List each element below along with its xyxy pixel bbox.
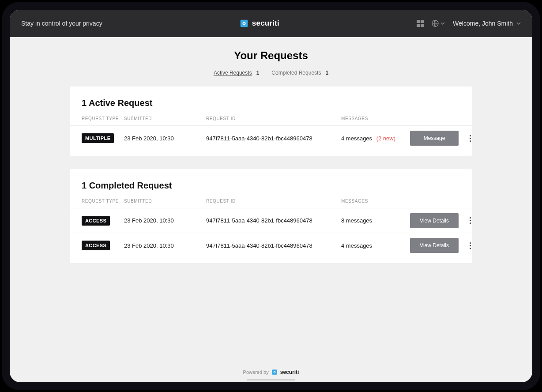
tab-completed-requests[interactable]: Completed Requests 1 bbox=[271, 70, 328, 76]
tablet-frame: Stay in control of your privacy securiti bbox=[2, 2, 540, 390]
language-selector[interactable] bbox=[432, 20, 445, 27]
home-indicator bbox=[247, 379, 295, 381]
tab-active-requests[interactable]: Active Requests 1 bbox=[214, 70, 259, 76]
cell-messages: 4 messages (2 new) bbox=[341, 135, 407, 142]
user-menu[interactable]: Welcome, John Smith bbox=[453, 20, 521, 27]
svg-rect-6 bbox=[421, 24, 424, 27]
row-menu-button[interactable] bbox=[466, 239, 474, 252]
cell-request-id: 947f7811-5aaa-4340-82b1-fbc448960478 bbox=[206, 217, 339, 224]
securiti-logo-icon bbox=[240, 19, 248, 28]
row-menu-button[interactable] bbox=[466, 132, 474, 144]
request-tabs: Active Requests 1 Completed Requests 1 bbox=[214, 70, 328, 76]
view-details-button[interactable]: View Details bbox=[410, 213, 459, 228]
col-request-type: REQUEST TYPE bbox=[82, 199, 121, 204]
cell-messages: 4 messages bbox=[341, 242, 407, 249]
tab-label: Active Requests bbox=[214, 70, 252, 76]
view-details-button[interactable]: View Details bbox=[410, 238, 459, 253]
cell-submitted: 23 Feb 2020, 10:30 bbox=[124, 135, 203, 142]
card-title: 1 Completed Request bbox=[70, 181, 472, 199]
active-requests-card: 1 Active Request REQUEST TYPE SUBMITTED … bbox=[70, 87, 472, 156]
col-submitted: SUBMITTED bbox=[124, 199, 203, 204]
request-type-badge: ACCESS bbox=[82, 241, 110, 250]
page-title: Your Requests bbox=[234, 49, 308, 62]
tab-label: Completed Requests bbox=[271, 70, 321, 76]
header-right: Welcome, John Smith bbox=[417, 20, 521, 27]
cell-messages: 8 messages bbox=[341, 217, 407, 224]
col-request-id: REQUEST ID bbox=[206, 116, 339, 121]
col-request-type: REQUEST TYPE bbox=[82, 116, 121, 121]
globe-icon bbox=[432, 20, 439, 27]
message-button[interactable]: Message bbox=[410, 131, 459, 146]
chevron-down-icon bbox=[516, 21, 521, 26]
table-header: REQUEST TYPE SUBMITTED REQUEST ID MESSAG… bbox=[70, 116, 472, 126]
request-type-badge: MULTIPLE bbox=[82, 133, 114, 143]
svg-rect-3 bbox=[417, 20, 420, 23]
col-messages: MESSAGES bbox=[341, 199, 407, 204]
securiti-logo-icon bbox=[271, 369, 278, 375]
cell-request-id: 947f7811-5aaa-4340-82b1-fbc448960478 bbox=[206, 242, 339, 249]
screen: Stay in control of your privacy securiti bbox=[10, 10, 532, 382]
cell-submitted: 23 Feb 2020, 10:30 bbox=[124, 217, 203, 224]
table-row: ACCESS 23 Feb 2020, 10:30 947f7811-5aaa-… bbox=[70, 233, 472, 258]
request-type-badge: ACCESS bbox=[82, 216, 110, 226]
welcome-text: Welcome, John Smith bbox=[453, 20, 513, 27]
cell-request-id: 947f7811-5aaa-4340-82b1-fbc448960478 bbox=[206, 135, 339, 142]
apps-grid-icon[interactable] bbox=[417, 20, 424, 27]
tab-count: 1 bbox=[256, 70, 260, 76]
footer-brand: securiti bbox=[280, 369, 299, 375]
brand-name: securiti bbox=[252, 19, 279, 28]
cell-submitted: 23 Feb 2020, 10:30 bbox=[124, 242, 203, 249]
svg-point-2 bbox=[243, 23, 245, 24]
card-title: 1 Active Request bbox=[70, 98, 472, 116]
chevron-down-icon bbox=[440, 21, 445, 26]
new-messages-badge: (2 new) bbox=[376, 135, 395, 142]
svg-point-10 bbox=[274, 372, 275, 373]
table-row: ACCESS 23 Feb 2020, 10:30 947f7811-5aaa-… bbox=[70, 208, 472, 233]
col-submitted: SUBMITTED bbox=[124, 116, 203, 121]
table-header: REQUEST TYPE SUBMITTED REQUEST ID MESSAG… bbox=[70, 199, 472, 208]
main-content: Your Requests Active Requests 1 Complete… bbox=[10, 37, 532, 365]
header-bar: Stay in control of your privacy securiti bbox=[10, 10, 532, 37]
svg-rect-5 bbox=[417, 24, 420, 27]
completed-requests-card: 1 Completed Request REQUEST TYPE SUBMITT… bbox=[70, 169, 472, 263]
col-request-id: REQUEST ID bbox=[206, 199, 339, 204]
brand-logo[interactable]: securiti bbox=[240, 19, 279, 28]
col-messages: MESSAGES bbox=[341, 116, 407, 121]
header-tagline: Stay in control of your privacy bbox=[21, 20, 102, 27]
svg-rect-4 bbox=[421, 20, 424, 23]
powered-by-text: Powered by bbox=[243, 369, 269, 375]
tab-count: 1 bbox=[325, 70, 328, 76]
row-menu-button[interactable] bbox=[466, 215, 474, 227]
table-row: MULTIPLE 23 Feb 2020, 10:30 947f7811-5aa… bbox=[70, 126, 472, 151]
